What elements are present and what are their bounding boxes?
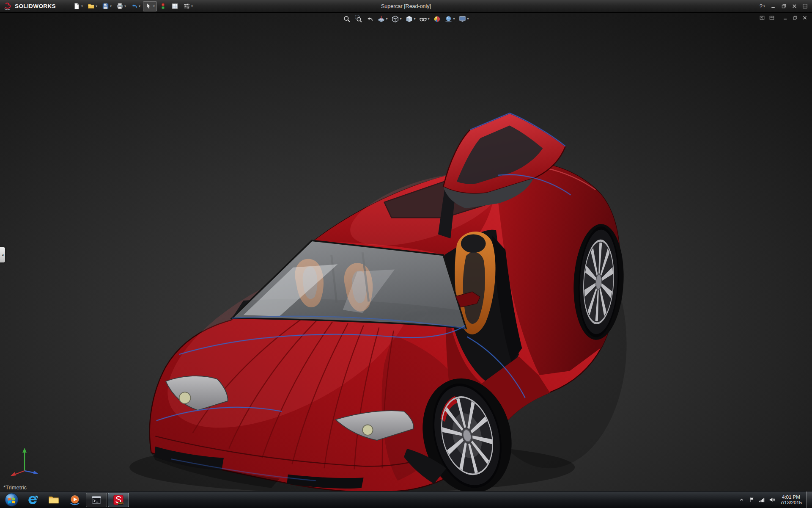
dropdown-arrow-icon: ▾ — [81, 5, 83, 8]
media-player[interactable] — [64, 491, 85, 508]
volume-control-icon — [769, 497, 775, 503]
section-view-button[interactable]: ▾ — [376, 14, 389, 24]
show-hidden-icons-icon — [738, 497, 745, 503]
graphics-area[interactable]: ▾▾▾▾▾▾ *Trimetric ◂ — [0, 13, 812, 491]
select-button[interactable]: ▾ — [143, 1, 157, 11]
action-center-icon — [749, 497, 755, 503]
standard-toolbar: ▾▾▾▾▾▾▾ — [71, 1, 195, 11]
dropdown-arrow-icon: ▾ — [400, 17, 401, 21]
previous-view-button[interactable] — [365, 14, 375, 24]
section-view-icon — [377, 15, 385, 23]
view-settings-button[interactable]: ▾ — [458, 14, 470, 24]
clock-time: 4:01 PM — [780, 494, 802, 500]
zoom-to-area-icon — [354, 15, 362, 23]
view-orientation-button[interactable]: ▾ — [390, 14, 403, 24]
dropdown-arrow-icon: ▾ — [414, 17, 415, 21]
dropdown-arrow-icon: ▾ — [763, 5, 765, 8]
view-orientation-icon — [391, 15, 399, 23]
dropdown-arrow-icon: ▾ — [467, 17, 469, 21]
headrest[interactable] — [461, 234, 486, 253]
help-label: ? — [760, 3, 763, 9]
undo-icon — [131, 3, 138, 10]
dropdown-arrow-icon: ▾ — [428, 17, 430, 21]
network-status-icon — [759, 497, 765, 503]
dropdown-arrow-icon: ▾ — [110, 5, 112, 8]
rebuild-button[interactable] — [157, 1, 169, 11]
command-prompt[interactable] — [86, 493, 107, 507]
edit-appearance-icon — [433, 15, 441, 23]
viewport-corner-controls — [758, 14, 809, 22]
options-button[interactable]: ▾ — [181, 1, 195, 11]
undo-button[interactable]: ▾ — [129, 1, 143, 11]
action-center[interactable] — [747, 494, 757, 505]
options-icon — [183, 3, 190, 10]
show-desktop-button[interactable] — [806, 491, 812, 508]
document-close-button[interactable] — [801, 14, 809, 22]
headlight-right-lens — [362, 425, 373, 435]
solidworks-logo-icon — [3, 2, 13, 11]
document-window-controls — [782, 14, 809, 22]
z-axis-arrow-icon — [33, 470, 38, 474]
document-restore-icon — [792, 15, 798, 21]
document-minimize-button[interactable] — [782, 14, 789, 22]
featuremanager-flyout-tab[interactable]: ◂ — [0, 247, 5, 262]
solidworks-2015-icon: 2015 — [112, 494, 124, 506]
document-minimize-icon — [782, 15, 788, 21]
supercar-model[interactable] — [0, 13, 812, 491]
minimize-button[interactable] — [768, 2, 778, 11]
close-button[interactable] — [790, 2, 799, 11]
rebuild-icon — [159, 3, 167, 10]
minimize-icon — [770, 3, 776, 9]
dropdown-arrow-icon: ▾ — [96, 5, 97, 8]
restore-button[interactable] — [779, 2, 788, 11]
save-button[interactable]: ▾ — [100, 1, 114, 11]
show-hidden-icons-button[interactable] — [737, 494, 746, 505]
previous-view-icon — [366, 15, 373, 23]
display-style-button[interactable]: ▾ — [404, 14, 417, 24]
file-properties-button[interactable] — [169, 1, 181, 11]
internet-explorer[interactable] — [22, 491, 43, 508]
internet-explorer-icon — [27, 494, 38, 506]
clock-date: 7/13/2015 — [780, 500, 802, 505]
network-status[interactable] — [757, 494, 767, 505]
window-title: Supercar [Read-only] — [381, 0, 431, 13]
dropdown-arrow-icon: ▾ — [139, 5, 140, 8]
hide-show-items-icon — [420, 15, 427, 23]
zoom-to-area-button[interactable] — [353, 14, 363, 24]
new-document-button[interactable]: ▾ — [71, 1, 85, 11]
print-button[interactable]: ▾ — [114, 1, 128, 11]
command-prompt-icon — [91, 494, 102, 506]
restore-icon — [781, 3, 787, 9]
dropdown-arrow-icon: ▾ — [453, 17, 455, 21]
display-style-icon — [405, 15, 413, 23]
x-axis-arrow-icon — [10, 472, 16, 476]
split-pane-horizontal-icon — [769, 15, 775, 21]
zoom-to-fit-button[interactable] — [342, 14, 352, 24]
document-restore-button[interactable] — [791, 14, 799, 22]
view-orientation-label: *Trimetric — [3, 484, 27, 491]
titlebar: SOLIDWORKS ▾▾▾▾▾▾▾ Supercar [Read-only] … — [0, 0, 812, 13]
solidworks-2015[interactable]: 2015 — [108, 493, 129, 507]
y-axis-arrow-icon — [22, 448, 27, 453]
file-explorer-icon — [48, 494, 60, 506]
file-explorer[interactable] — [43, 491, 64, 508]
media-player-icon — [69, 494, 81, 506]
start-button[interactable] — [1, 491, 22, 508]
volume-control[interactable] — [768, 494, 777, 505]
close-icon — [791, 3, 798, 9]
apply-scene-button[interactable]: ▾ — [444, 14, 456, 24]
taskbar: 2015 4:01 PM 7/13/2015 — [0, 491, 812, 508]
split-pane-vertical-button[interactable] — [758, 14, 766, 22]
hide-show-items-button[interactable]: ▾ — [418, 14, 431, 24]
edit-appearance-button[interactable] — [432, 14, 442, 24]
help-button[interactable]: ? ▾ — [760, 3, 765, 9]
window-controls — [768, 2, 809, 11]
print-icon — [116, 3, 123, 10]
taskbar-clock[interactable]: 4:01 PM 7/13/2015 — [777, 494, 806, 505]
expand-toolbar-button[interactable] — [800, 2, 809, 11]
open-button[interactable]: ▾ — [85, 1, 99, 11]
dropdown-arrow-icon: ▾ — [124, 5, 126, 8]
new-document-icon — [73, 3, 80, 10]
split-pane-horizontal-button[interactable] — [768, 14, 776, 22]
zoom-to-fit-icon — [343, 15, 351, 23]
